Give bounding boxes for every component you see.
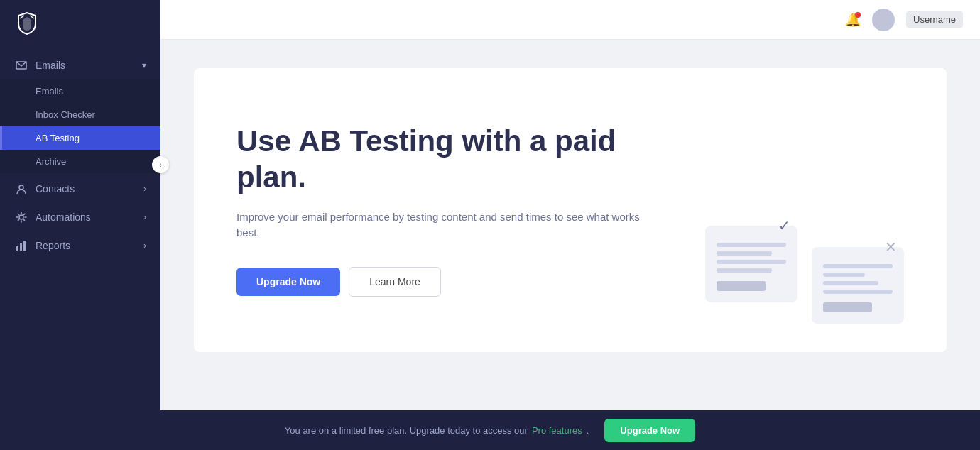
emails-subnav: Emails Inbox Checker AB Testing Archive (0, 79, 160, 173)
cross-icon: ✕ (885, 238, 897, 256)
svg-point-3 (19, 215, 23, 219)
doc-button-a (717, 281, 766, 291)
bottom-bar-period: . (587, 425, 589, 436)
automations-chevron-icon: › (143, 212, 146, 222)
doc-line (717, 243, 786, 247)
sidebar-item-inbox-checker[interactable]: Inbox Checker (0, 103, 160, 126)
user-name: Username (906, 11, 963, 28)
main-content: 🔔 Username Use AB Testing with a paid pl… (160, 0, 980, 410)
svg-rect-4 (16, 246, 18, 251)
doc-line (717, 268, 772, 273)
sidebar-collapse-button[interactable]: ‹ (152, 156, 169, 173)
bottom-bar: You are on a limited free plan. Upgrade … (0, 410, 980, 450)
automations-icon (14, 210, 28, 224)
doc-card-b-lines (823, 264, 893, 294)
emails-chevron-icon: ▾ (142, 60, 146, 70)
svg-point-2 (19, 185, 23, 190)
ab-card-actions: Upgrade Now Learn More (236, 267, 648, 297)
bottom-upgrade-button[interactable]: Upgrade Now (604, 419, 695, 442)
sidebar-item-ab-testing[interactable]: AB Testing (0, 126, 160, 150)
upgrade-now-button[interactable]: Upgrade Now (236, 268, 340, 296)
notification-bell[interactable]: 🔔 (845, 12, 861, 28)
doc-line (717, 260, 786, 264)
ab-testing-card: Use AB Testing with a paid plan. Improve… (194, 68, 947, 352)
svg-rect-6 (23, 241, 26, 251)
reports-chevron-icon: › (143, 241, 146, 251)
ab-card-description: Improve your email performance by testin… (236, 209, 648, 241)
svg-line-0 (20, 16, 24, 18)
reports-icon (14, 238, 28, 253)
learn-more-button[interactable]: Learn More (349, 267, 441, 297)
nav-emails-label: Emails (36, 60, 142, 71)
svg-line-1 (30, 16, 34, 18)
avatar (872, 9, 895, 31)
nav-item-automations[interactable]: Automations › (0, 203, 160, 231)
pro-features-link[interactable]: Pro features (532, 425, 582, 436)
contacts-icon (14, 182, 28, 196)
sidebar-navigation: Emails ▾ Emails Inbox Checker AB Testing… (0, 45, 160, 410)
app-logo-icon (14, 10, 40, 35)
sidebar-logo (0, 0, 160, 45)
doc-card-a-lines (717, 243, 786, 273)
ab-card-title: Use AB Testing with a paid plan. (236, 124, 648, 195)
top-bar: 🔔 Username (160, 0, 980, 40)
contacts-chevron-icon: › (143, 184, 146, 194)
doc-line (823, 290, 893, 294)
notification-dot (855, 12, 861, 18)
doc-button-b (823, 302, 872, 312)
doc-line (823, 273, 865, 277)
nav-section-emails: Emails ▾ Emails Inbox Checker AB Testing… (0, 51, 160, 173)
ab-card-content: Use AB Testing with a paid plan. Improve… (236, 124, 648, 297)
nav-item-contacts[interactable]: Contacts › (0, 175, 160, 203)
sidebar: Emails ▾ Emails Inbox Checker AB Testing… (0, 0, 160, 410)
nav-item-emails[interactable]: Emails ▾ (0, 51, 160, 79)
bottom-bar-text: You are on a limited free plan. Upgrade … (285, 425, 528, 436)
nav-automations-label: Automations (36, 212, 143, 223)
doc-card-b: ✕ (812, 247, 904, 324)
doc-line (717, 251, 772, 256)
sidebar-item-emails-sub[interactable]: Emails (0, 79, 160, 103)
nav-item-reports[interactable]: Reports › (0, 231, 160, 260)
check-icon: ✓ (778, 217, 790, 234)
svg-rect-5 (20, 243, 22, 251)
nav-reports-label: Reports (36, 240, 143, 251)
doc-line (823, 281, 878, 285)
email-icon (14, 58, 28, 72)
ab-illustration: ✓ ✕ (705, 226, 904, 324)
topbar-actions: 🔔 Username (845, 9, 963, 31)
nav-contacts-label: Contacts (36, 183, 143, 194)
doc-card-a: ✓ (705, 226, 797, 302)
page-body: Use AB Testing with a paid plan. Improve… (160, 40, 980, 410)
sidebar-item-archive[interactable]: Archive (0, 150, 160, 173)
doc-line (823, 264, 893, 268)
